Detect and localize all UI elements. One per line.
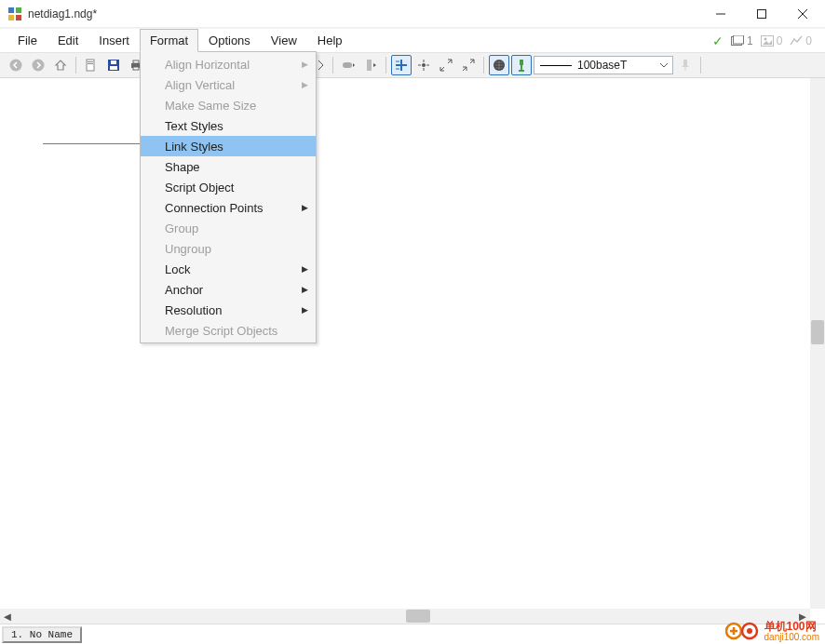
grid-button[interactable] — [489, 55, 509, 75]
svg-rect-2 — [8, 15, 14, 20]
svg-rect-14 — [87, 60, 94, 71]
maximize-button[interactable] — [741, 0, 782, 28]
menu-right-indicators: ✓ 1 0 0 — [712, 29, 825, 52]
canvas[interactable] — [0, 78, 810, 609]
menu-options[interactable]: Options — [198, 29, 261, 52]
snap-button[interactable] — [391, 55, 412, 75]
window-title: netdiag1.ndg* — [28, 7, 97, 20]
menu-item-text-styles[interactable]: Text Styles — [141, 115, 316, 136]
zoom-fit-button[interactable] — [413, 55, 434, 75]
save-button[interactable] — [103, 55, 124, 75]
menu-item-ungroup: Ungroup — [141, 238, 316, 259]
menubar: File Edit Insert Format Options View Hel… — [0, 28, 825, 52]
svg-rect-22 — [133, 67, 139, 70]
bounds-button[interactable] — [360, 55, 381, 75]
svg-rect-5 — [758, 9, 766, 18]
scroll-thumb[interactable] — [406, 610, 430, 623]
minimize-button[interactable] — [700, 0, 741, 28]
menu-item-shape[interactable]: Shape — [141, 156, 316, 177]
home-button[interactable] — [50, 55, 71, 75]
titlebar: netdiag1.ndg* — [0, 0, 825, 28]
svg-point-36 — [422, 63, 426, 67]
submenu-arrow-icon: ▶ — [302, 60, 308, 69]
svg-rect-3 — [16, 15, 21, 20]
svg-rect-38 — [520, 60, 523, 65]
menu-edit[interactable]: Edit — [47, 29, 88, 52]
indicator-views: 1 — [731, 34, 753, 47]
svg-point-12 — [10, 60, 22, 72]
combo-value: 100baseT — [577, 59, 627, 72]
menu-format[interactable]: Format — [140, 29, 198, 52]
check-icon: ✓ — [712, 34, 724, 48]
menu-item-make-same-size: Make Same Size — [141, 95, 316, 115]
indicator-images: 0 — [761, 34, 783, 47]
chevron-down-icon — [659, 60, 669, 70]
menu-item-resolution[interactable]: Resolution▶ — [141, 300, 316, 320]
watermark: 单机100网 danji100.com — [725, 621, 819, 642]
menu-item-merge-script-objects: Merge Script Objects — [141, 320, 316, 341]
menu-item-align-horizontal: Align Horizontal▶ — [141, 54, 316, 74]
scroll-left-icon[interactable]: ◄ — [0, 609, 15, 624]
new-button[interactable] — [81, 55, 101, 75]
menu-help[interactable]: Help — [307, 29, 353, 52]
svg-rect-16 — [88, 63, 93, 64]
app-icon — [7, 7, 22, 21]
submenu-arrow-icon: ▶ — [302, 80, 308, 89]
watermark-text1: 单机100网 — [764, 621, 819, 633]
connector-button[interactable] — [511, 55, 532, 75]
menu-item-connection-points[interactable]: Connection Points▶ — [141, 197, 316, 218]
diagram-link[interactable] — [43, 143, 147, 144]
pin-button[interactable] — [675, 55, 696, 75]
svg-rect-21 — [133, 60, 139, 63]
link-type-combo[interactable]: 100baseT — [534, 56, 673, 74]
menu-item-anchor[interactable]: Anchor▶ — [141, 279, 316, 300]
horizontal-scrollbar[interactable]: ◄ ► — [0, 609, 810, 624]
nav-forward-button[interactable] — [28, 55, 48, 75]
line-preview-icon — [540, 65, 572, 66]
svg-rect-19 — [110, 66, 117, 70]
watermark-text2: danji100.com — [764, 633, 819, 643]
indicator-graph: 0 — [790, 34, 812, 47]
zoom-out-button[interactable] — [458, 55, 479, 75]
submenu-arrow-icon: ▶ — [302, 305, 308, 315]
close-button[interactable] — [782, 0, 823, 28]
scroll-thumb[interactable] — [811, 320, 824, 344]
svg-point-13 — [33, 60, 45, 72]
svg-point-11 — [764, 37, 766, 40]
nav-back-button[interactable] — [6, 55, 26, 75]
submenu-arrow-icon: ▶ — [302, 203, 308, 212]
fill-button[interactable] — [338, 55, 358, 75]
menu-item-group: Group — [141, 218, 316, 238]
format-dropdown: Align Horizontal▶Align Vertical▶Make Sam… — [140, 51, 317, 343]
toolbar: A 100baseT — [0, 52, 825, 78]
menu-item-align-vertical: Align Vertical▶ — [141, 74, 316, 95]
sheet-tab[interactable]: 1. No Name — [2, 626, 82, 643]
submenu-arrow-icon: ▶ — [302, 285, 308, 294]
svg-rect-31 — [367, 60, 372, 71]
submenu-arrow-icon: ▶ — [302, 264, 308, 274]
svg-rect-15 — [88, 61, 93, 62]
svg-rect-18 — [111, 60, 116, 64]
menu-item-lock[interactable]: Lock▶ — [141, 259, 316, 279]
svg-rect-0 — [8, 7, 14, 13]
watermark-logo-icon — [725, 622, 759, 640]
menu-file[interactable]: File — [7, 29, 47, 52]
vertical-scrollbar[interactable] — [810, 78, 825, 609]
menu-item-link-styles[interactable]: Link Styles — [141, 136, 316, 156]
statusbar: 1. No Name — [0, 624, 825, 644]
menu-insert[interactable]: Insert — [88, 29, 140, 52]
svg-rect-30 — [343, 62, 352, 68]
zoom-in-button[interactable] — [436, 55, 456, 75]
svg-rect-1 — [16, 7, 21, 13]
svg-rect-9 — [733, 35, 743, 44]
menu-view[interactable]: View — [261, 29, 307, 52]
svg-point-46 — [747, 628, 752, 634]
menu-item-script-object[interactable]: Script Object — [141, 177, 316, 197]
